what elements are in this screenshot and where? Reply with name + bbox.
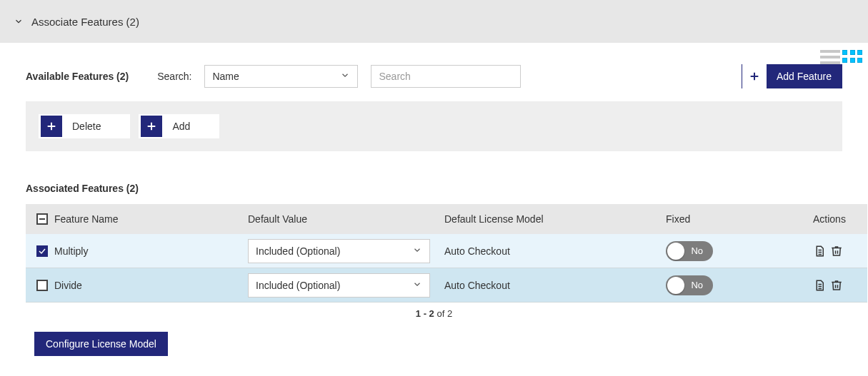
associated-features-label: Associated Features (2) [0,151,868,204]
license-model-text: Auto Checkout [444,280,666,291]
feature-name: Multiply [51,245,248,257]
default-value-text: Included (Optional) [256,280,340,291]
add-feature-label: Add Feature [767,71,842,82]
plus-icon [141,116,162,137]
associated-features-table: Feature Name Default Value Default Licen… [26,204,867,303]
add-feature-button[interactable]: Add Feature [742,64,842,88]
plus-icon [742,64,767,88]
search-label: Search: [157,71,191,82]
list-view-icon[interactable] [820,50,840,64]
grid-view-icon[interactable] [842,50,862,64]
bulk-action-bar: Delete Add [26,101,842,151]
default-value-select[interactable]: Included (Optional) [248,239,430,263]
available-features-label: Available Features (2) [26,71,129,82]
col-default-value: Default Value [248,213,444,225]
search-by-select[interactable]: Name [204,65,358,88]
row-checkbox[interactable] [36,245,48,257]
chevron-down-icon [412,279,422,291]
search-by-value: Name [212,71,239,82]
page-range: 1 - 2 [416,308,434,319]
chevron-down-icon [412,245,422,257]
license-model-text: Auto Checkout [444,245,666,257]
col-license-model: Default License Model [444,213,666,225]
pagination-text: 1 - 2 of 2 [0,303,868,319]
trash-icon[interactable] [830,245,843,258]
section-header[interactable]: Associate Features (2) [0,0,868,43]
page-of: of [434,308,447,319]
toggle-label: No [691,280,703,290]
col-actions: Actions [809,213,867,225]
page-total: 2 [447,308,452,319]
add-label: Add [164,121,219,132]
select-all-checkbox[interactable] [36,213,48,225]
delete-label: Delete [64,121,129,132]
table-row: Multiply Included (Optional) Auto Checko… [26,234,867,268]
row-checkbox[interactable] [36,280,48,291]
table-row: Divide Included (Optional) Auto Checkout… [26,268,867,303]
trash-icon[interactable] [830,279,843,292]
toggle-label: No [691,245,703,256]
search-input[interactable] [371,65,521,88]
plus-icon [41,116,62,137]
default-value-select[interactable]: Included (Optional) [248,273,430,298]
add-button[interactable]: Add [139,114,219,138]
fixed-toggle[interactable]: No [666,241,713,261]
table-header: Feature Name Default Value Default Licen… [26,204,867,234]
configure-license-model-button[interactable]: Configure License Model [34,332,168,356]
chevron-down-icon [13,16,24,27]
delete-button[interactable]: Delete [39,114,130,138]
feature-name: Divide [51,280,248,291]
fixed-toggle[interactable]: No [666,275,713,295]
col-feature-name: Feature Name [51,213,248,225]
chevron-down-icon [340,71,350,83]
default-value-text: Included (Optional) [256,245,340,257]
document-icon[interactable] [813,245,826,258]
col-fixed: Fixed [666,213,809,225]
document-icon[interactable] [813,279,826,292]
section-title: Associate Features (2) [31,16,139,28]
